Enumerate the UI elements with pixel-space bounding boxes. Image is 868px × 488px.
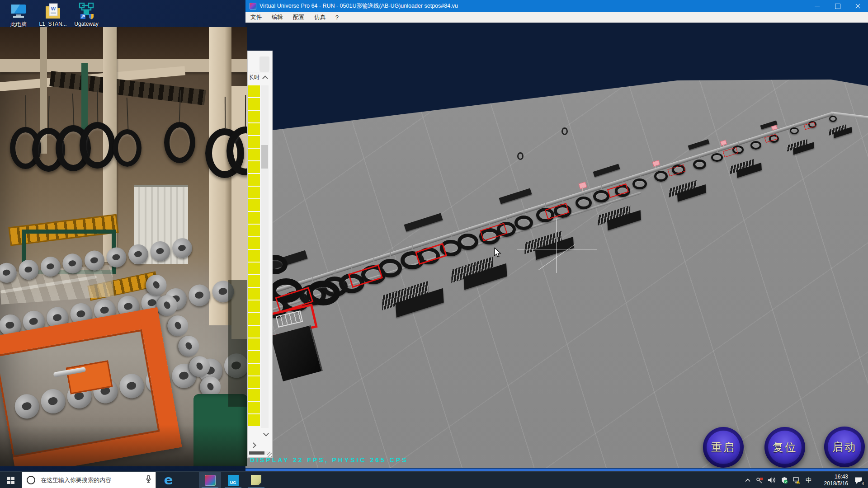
list-row[interactable]: [248, 149, 260, 160]
hanger-hook: [661, 167, 662, 171]
tray-clock[interactable]: 16:43 2018/5/16: [817, 474, 848, 487]
ime-indicator[interactable]: 中: [802, 472, 815, 488]
reset-button[interactable]: 复位: [764, 427, 805, 468]
microphone-icon[interactable]: [145, 475, 151, 485]
list-row[interactable]: [248, 364, 260, 375]
hanger-hook: [335, 269, 335, 277]
tray-date: 2018/5/16: [817, 480, 848, 487]
list-row[interactable]: [248, 136, 260, 148]
title-bar[interactable]: Virtual Universe Pro 64 - RUN - 0501U形输送…: [245, 0, 868, 12]
search-input[interactable]: [40, 476, 141, 484]
maximize-button[interactable]: [827, 0, 848, 12]
close-button[interactable]: [848, 0, 868, 12]
list-row[interactable]: [248, 263, 260, 274]
list-row[interactable]: [248, 250, 260, 262]
grey-wheel: [83, 249, 106, 272]
tire: [576, 197, 592, 209]
list-row[interactable]: [248, 389, 260, 401]
3d-viewport[interactable]: DISPLAY 22 FPS, PHYSIC 265 CPS 重启 复位 启动: [245, 23, 868, 468]
list-row[interactable]: [248, 313, 260, 325]
restart-button[interactable]: 重启: [703, 427, 744, 468]
list-row[interactable]: [248, 275, 260, 287]
hanger-hook: [699, 155, 700, 159]
taskbar-vu-button[interactable]: [199, 472, 221, 488]
cortana-circle-icon: [27, 476, 35, 484]
scroll-right-button[interactable]: [250, 441, 257, 449]
virtual-universe-icon: [205, 475, 216, 486]
list-row[interactable]: [248, 174, 260, 186]
menu-file[interactable]: 文件: [245, 12, 267, 23]
list-row[interactable]: [248, 111, 260, 122]
start-button[interactable]: [0, 472, 22, 488]
wheel-hub: [195, 291, 204, 299]
list-row[interactable]: [248, 237, 260, 249]
tire: [458, 234, 478, 250]
list-row[interactable]: [248, 98, 260, 110]
list-row[interactable]: [248, 161, 260, 173]
list-row[interactable]: [248, 225, 260, 236]
chevron-right-icon: [250, 442, 256, 448]
scroll-up-button[interactable]: [261, 75, 269, 82]
close-icon: [855, 3, 861, 9]
list-row[interactable]: [248, 288, 260, 300]
tray-key-icon[interactable]: [754, 472, 766, 488]
video-hook: [25, 95, 26, 127]
video-hook: [72, 94, 75, 125]
wheel-hub: [100, 306, 109, 314]
app-logo-icon: [250, 3, 256, 9]
list-row[interactable]: [248, 199, 260, 211]
vertical-scrollbar[interactable]: [261, 85, 269, 428]
video-shape: [0, 425, 247, 466]
scroll-down-button[interactable]: [262, 430, 269, 437]
wheel-hub: [2, 269, 10, 276]
taskbar-notepad-button[interactable]: [245, 472, 267, 488]
wheel-hub: [52, 314, 61, 321]
list-row[interactable]: [248, 326, 260, 338]
axis-gizmo-vertical: [556, 219, 557, 273]
desktop-icon-this-pc[interactable]: 此电脑: [1, 2, 36, 28]
volume-icon[interactable]: [766, 472, 778, 488]
list-row[interactable]: [248, 414, 260, 426]
menu-edit[interactable]: 编辑: [267, 12, 288, 23]
taskbar-ug-button[interactable]: UG: [222, 472, 244, 488]
minimize-icon: [815, 6, 820, 7]
chevron-up-icon: [262, 75, 268, 81]
computer-icon: [1, 2, 36, 20]
menu-help[interactable]: ?: [330, 12, 344, 23]
minimize-button[interactable]: [807, 0, 827, 12]
list-row[interactable]: [248, 187, 260, 198]
scrollbar-thumb[interactable]: [261, 145, 268, 169]
row-list: [248, 85, 260, 427]
list-row[interactable]: [248, 85, 260, 97]
list-row[interactable]: [248, 338, 260, 350]
menu-simulation[interactable]: 仿真: [309, 12, 330, 23]
list-row[interactable]: [248, 300, 260, 312]
hanger-hook: [562, 199, 563, 204]
tray-expand-button[interactable]: [741, 472, 754, 488]
list-row[interactable]: [248, 123, 260, 135]
notification-center-button[interactable]: 4: [851, 472, 866, 488]
list-row[interactable]: [248, 351, 260, 363]
panel-button[interactable]: [259, 56, 269, 72]
menu-config[interactable]: 配置: [288, 12, 309, 23]
desktop-icon-ugateway[interactable]: Ugateway: [69, 2, 104, 27]
wheel-hub: [151, 280, 160, 290]
resize-grip[interactable]: [267, 452, 272, 457]
windows-logo-icon: [7, 477, 14, 484]
taskbar-search[interactable]: [22, 472, 156, 488]
svg-text:W: W: [51, 6, 56, 11]
axis-gizmo-horizontal: [517, 249, 597, 249]
list-row[interactable]: [248, 376, 260, 388]
list-row[interactable]: [248, 212, 260, 224]
desktop-icon-l1-stan[interactable]: W L1_STAN...: [35, 2, 71, 27]
taskbar-edge-button[interactable]: e: [157, 472, 179, 488]
desktop-icon-label: Ugateway: [69, 21, 104, 27]
mouse-cursor: [494, 248, 502, 258]
scrollbar-thumb[interactable]: [249, 451, 264, 455]
video-hook: [127, 98, 129, 129]
defender-shield-icon[interactable]: [778, 472, 790, 488]
network-warning-icon[interactable]: [790, 472, 802, 488]
start-button[interactable]: 启动: [824, 427, 865, 467]
list-row[interactable]: [248, 402, 260, 413]
wheel-hub: [156, 248, 164, 254]
